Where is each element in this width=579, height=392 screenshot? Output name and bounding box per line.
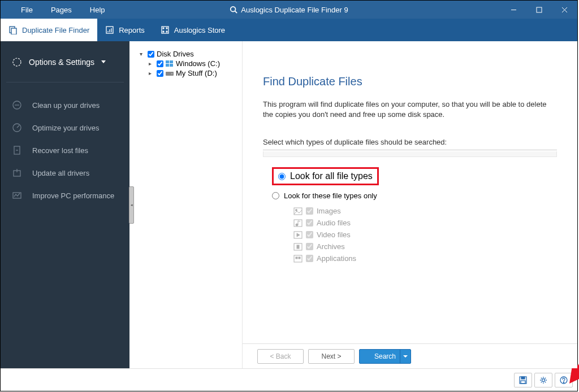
filetype-label: Video files xyxy=(317,230,351,239)
checkbox-audio xyxy=(306,219,313,227)
speed-icon xyxy=(12,123,22,133)
svg-line-39 xyxy=(298,221,300,221)
sidebar-item-cleanup[interactable]: Clean up your drives xyxy=(1,94,129,116)
drive-label: Windows (C:) xyxy=(176,59,220,68)
svg-line-1 xyxy=(235,11,237,14)
filetype-label: Audio files xyxy=(317,219,351,227)
tree-drive-d[interactable]: ▸ My Stuff (D:) xyxy=(134,68,237,78)
checkbox-drive-c[interactable] xyxy=(157,60,163,67)
dff-icon xyxy=(8,25,18,34)
title-bar: File Pages Help Auslogics Duplicate File… xyxy=(1,1,577,19)
drive-label: My Stuff (D:) xyxy=(176,69,217,77)
tab-reports[interactable]: Reports xyxy=(97,19,153,41)
help-icon-button[interactable] xyxy=(555,373,573,387)
svg-rect-51 xyxy=(521,381,525,384)
question-icon xyxy=(560,376,568,384)
svg-rect-12 xyxy=(162,27,168,33)
tab-dff-label: Duplicate File Finder xyxy=(22,26,89,34)
images-icon xyxy=(293,207,303,215)
svg-rect-50 xyxy=(521,377,525,379)
tab-reports-label: Reports xyxy=(119,26,145,34)
svg-point-16 xyxy=(166,31,167,32)
svg-point-17 xyxy=(13,58,21,66)
svg-line-22 xyxy=(17,125,19,128)
tree-root-label: Disk Drives xyxy=(157,50,194,58)
checkbox-images xyxy=(306,207,313,215)
magnifier-icon xyxy=(230,6,237,14)
tab-store-label: Auslogics Store xyxy=(174,26,225,34)
radio-all-types[interactable] xyxy=(278,173,286,180)
sidebar-label: Clean up your drives xyxy=(32,101,100,110)
save-icon xyxy=(519,376,527,384)
wizard-nav: < Back Next > Search xyxy=(243,343,577,368)
video-icon xyxy=(293,231,303,239)
drive-tree: ▾ Disk Drives ▸ Windows (C:) ▸ My Stuff … xyxy=(129,41,243,368)
gear-icon xyxy=(539,376,547,384)
recover-icon xyxy=(12,145,22,155)
sidebar-label: Recover lost files xyxy=(32,146,88,155)
splitter-handle[interactable] xyxy=(129,186,134,224)
svg-marker-41 xyxy=(297,233,300,237)
filetype-label: Images xyxy=(317,207,341,215)
archives-icon xyxy=(293,243,303,251)
radio-only-label: Look for these file types only xyxy=(284,191,377,200)
svg-rect-31 xyxy=(170,64,173,67)
expand-icon[interactable]: ▸ xyxy=(149,70,154,76)
chevron-down-icon[interactable] xyxy=(403,355,408,358)
sidebar-item-performance[interactable]: Improve PC performance xyxy=(1,184,129,207)
menu-file[interactable]: File xyxy=(12,2,42,18)
sidebar-label: Update all drivers xyxy=(32,169,89,177)
svg-point-15 xyxy=(163,31,164,32)
settings-icon-button[interactable] xyxy=(534,373,552,387)
empty-bar xyxy=(263,151,557,157)
tab-duplicate-file-finder[interactable]: Duplicate File Finder xyxy=(1,19,97,41)
applications-icon xyxy=(293,255,303,263)
main-content: Find Duplicate Files This program will f… xyxy=(243,41,577,368)
tree-drive-c[interactable]: ▸ Windows (C:) xyxy=(134,59,237,68)
bottom-toolbar xyxy=(1,368,577,391)
svg-point-52 xyxy=(542,378,545,381)
svg-rect-46 xyxy=(299,257,300,259)
next-button[interactable]: Next > xyxy=(308,349,355,364)
checkbox-archives xyxy=(306,243,313,250)
maximize-button[interactable] xyxy=(526,1,552,19)
close-button[interactable] xyxy=(552,1,577,19)
svg-marker-18 xyxy=(101,60,106,63)
minimize-button[interactable] xyxy=(501,1,526,19)
options-settings-button[interactable]: Options & Settings xyxy=(1,41,129,82)
svg-rect-7 xyxy=(11,28,16,34)
update-icon xyxy=(12,168,22,178)
filetype-video: Video files xyxy=(293,229,557,241)
filetype-archives: Archives xyxy=(293,241,557,252)
svg-point-33 xyxy=(171,73,172,74)
svg-point-0 xyxy=(231,7,236,12)
back-button[interactable]: < Back xyxy=(257,349,304,364)
tree-root[interactable]: ▾ Disk Drives xyxy=(134,49,237,59)
page-heading: Find Duplicate Files xyxy=(263,75,557,88)
svg-point-13 xyxy=(163,28,164,29)
tab-store[interactable]: Auslogics Store xyxy=(153,19,233,41)
windows-drive-icon xyxy=(166,60,174,67)
search-button[interactable]: Search xyxy=(359,349,411,364)
sidebar-item-optimize[interactable]: Optimize your drives xyxy=(1,116,129,139)
sidebar-item-recover[interactable]: Recover lost files xyxy=(1,139,129,162)
sidebar-label: Optimize your drives xyxy=(32,124,99,132)
sidebar-label: Improve PC performance xyxy=(32,191,114,200)
expand-icon[interactable]: ▸ xyxy=(149,60,154,67)
collapse-icon[interactable]: ▾ xyxy=(140,51,145,57)
filetype-audio: Audio files xyxy=(293,217,557,229)
chevron-down-icon xyxy=(101,60,106,63)
radio-only-types[interactable] xyxy=(272,192,279,199)
checkbox-disk-drives[interactable] xyxy=(148,51,154,58)
checkbox-drive-d[interactable] xyxy=(157,70,163,77)
sidebar-item-drivers[interactable]: Update all drivers xyxy=(1,162,129,184)
tab-strip: Duplicate File Finder Reports Auslogics … xyxy=(1,19,577,41)
options-settings-label: Options & Settings xyxy=(29,58,94,67)
filetype-applications: Applications xyxy=(293,252,557,264)
performance-icon xyxy=(12,190,22,201)
filetype-label: Archives xyxy=(317,242,345,251)
menu-help[interactable]: Help xyxy=(81,2,114,18)
svg-point-35 xyxy=(296,209,297,211)
save-icon-button[interactable] xyxy=(514,373,532,387)
menu-pages[interactable]: Pages xyxy=(42,2,81,18)
